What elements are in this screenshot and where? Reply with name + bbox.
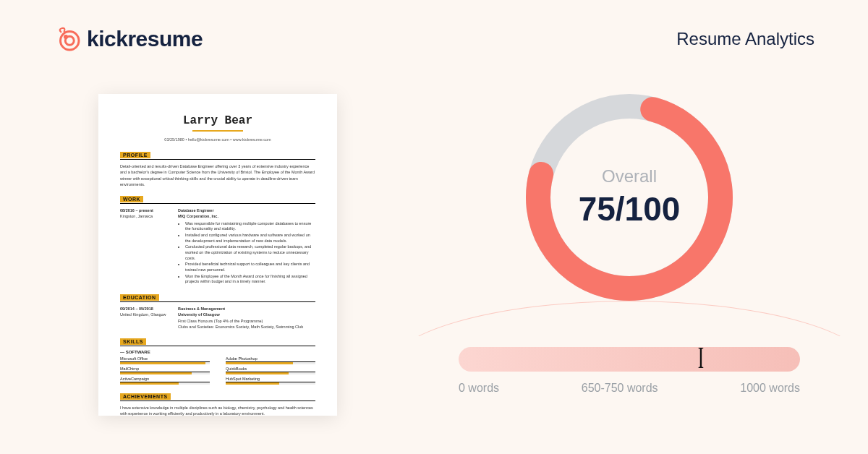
profile-text: Detail-oriented and results-driven Datab… [120, 163, 315, 187]
work-bullet: Won the Employee of the Month Award once… [185, 274, 315, 285]
skill-label: MailChimp [120, 367, 139, 371]
work-role: Database Engineer [178, 207, 315, 213]
resume-contact: 03/25/1980 • hello@kickresume.com • www.… [120, 137, 315, 142]
chameleon-icon [55, 26, 81, 52]
overall-label: Overall [602, 166, 657, 187]
skill-label: QuickBooks [226, 367, 247, 371]
svg-point-2 [65, 36, 74, 45]
section-profile: PROFILE [120, 152, 150, 158]
skill-label: Adobe Photoshop [226, 356, 258, 361]
edu-line: Clubs and Societies: Economics Society, … [178, 324, 315, 330]
overall-score: 75/100 [579, 189, 681, 228]
score-donut: Overall 75/100 [516, 84, 743, 311]
section-skills: SKILLS [120, 338, 146, 345]
range-target: 650-750 words [582, 382, 658, 395]
skill-label: ActiveCampaign [120, 377, 149, 381]
section-achievements: ACHIEVEMENTS [120, 393, 171, 400]
edu-dates: 09/2014 – 05/2018 [120, 306, 171, 312]
work-bullet: Conducted professional data research, co… [185, 244, 315, 261]
edu-university: University of Glasgow [178, 312, 315, 317]
resume-name: Larry Bear [120, 114, 315, 127]
word-count-range: I 0 words 650-750 words 1000 words [459, 347, 800, 395]
svg-point-0 [61, 32, 80, 51]
name-underline [192, 130, 243, 132]
range-bar: I [459, 347, 800, 372]
range-min: 0 words [459, 382, 499, 395]
work-dates: 08/2016 – present [120, 207, 171, 213]
achievements-text: I have extensive knowledge in multiple d… [120, 405, 315, 417]
range-handle-icon: I [698, 343, 704, 373]
skills-subhead: — SOFTWARE [120, 350, 315, 354]
edu-degree: Business & Management [178, 306, 315, 312]
edu-line: First Class Honours (Top 4% of the Progr… [178, 318, 315, 324]
brand-name: kickresume [87, 27, 203, 51]
range-max: 1000 words [740, 382, 800, 395]
section-work: WORK [120, 196, 143, 202]
brand-logo: kickresume [55, 26, 203, 52]
work-location: Kingston, Jamaica [120, 213, 171, 219]
skill-label: HubSpot Marketing [226, 377, 260, 381]
work-bullet: Installed and configured various hardwar… [185, 233, 315, 244]
section-education: EDUCATION [120, 294, 159, 301]
work-company: MIQ Corporation, Inc. [178, 213, 315, 219]
work-bullet: Was responsible for maintaining multiple… [185, 221, 315, 232]
analytics-panel: Overall 75/100 I 0 words 650-750 words 1… [448, 84, 810, 311]
edu-location: United Kingdom, Glasgow [120, 312, 171, 317]
work-bullet: Provided beneficial technical support to… [185, 262, 315, 273]
page-title: Resume Analytics [676, 29, 814, 49]
skill-label: Microsoft Office [120, 356, 148, 361]
resume-preview: Larry Bear 03/25/1980 • hello@kickresume… [98, 94, 337, 416]
